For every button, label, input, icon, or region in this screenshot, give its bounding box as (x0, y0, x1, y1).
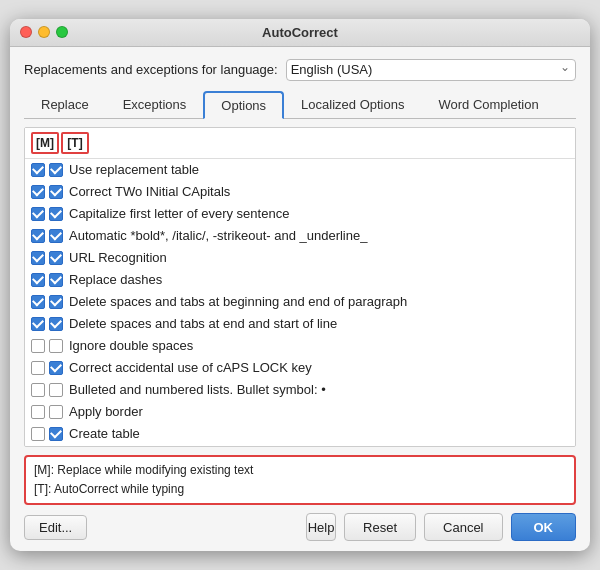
option-row: Bulleted and numbered lists. Bullet symb… (25, 379, 575, 401)
checkbox-t-6[interactable] (49, 295, 63, 309)
option-label-8: Ignore double spaces (69, 338, 193, 353)
ok-button[interactable]: OK (511, 513, 577, 541)
language-select-wrap: English (USA) (286, 59, 576, 81)
minimize-button[interactable] (38, 26, 50, 38)
checkbox-t-0[interactable] (49, 163, 63, 177)
legend-line2: [T]: AutoCorrect while typing (34, 480, 566, 499)
maximize-button[interactable] (56, 26, 68, 38)
option-row: Delete spaces and tabs at beginning and … (25, 291, 575, 313)
options-list: Use replacement tableCorrect TWo INitial… (25, 159, 575, 447)
legend-box: [M]: Replace while modifying existing te… (24, 455, 576, 505)
action-buttons: Help Reset Cancel OK (306, 513, 576, 541)
checkbox-t-7[interactable] (49, 317, 63, 331)
checkbox-m-6[interactable] (31, 295, 45, 309)
tabs-bar: Replace Exceptions Options Localized Opt… (24, 91, 576, 119)
option-row: Replace dashes (25, 269, 575, 291)
checkbox-m-7[interactable] (31, 317, 45, 331)
edit-button[interactable]: Edit... (24, 515, 87, 540)
title-bar-buttons (20, 26, 68, 38)
language-row: Replacements and exceptions for language… (24, 59, 576, 81)
option-label-3: Automatic *bold*, /italic/, -strikeout- … (69, 228, 367, 243)
option-row: Apply border (25, 401, 575, 423)
option-label-7: Delete spaces and tabs at end and start … (69, 316, 337, 331)
col-t-header: [T] (61, 132, 89, 154)
tab-options[interactable]: Options (203, 91, 284, 119)
option-row: Automatic *bold*, /italic/, -strikeout- … (25, 225, 575, 247)
checkbox-t-4[interactable] (49, 251, 63, 265)
close-button[interactable] (20, 26, 32, 38)
language-select[interactable]: English (USA) (286, 59, 576, 81)
option-label-5: Replace dashes (69, 272, 162, 287)
checkbox-m-0[interactable] (31, 163, 45, 177)
checkbox-m-1[interactable] (31, 185, 45, 199)
checkbox-t-12[interactable] (49, 427, 63, 441)
tab-exceptions[interactable]: Exceptions (106, 91, 204, 119)
option-row: Delete spaces and tabs at end and start … (25, 313, 575, 335)
option-row: Use replacement table (25, 159, 575, 181)
option-label-1: Correct TWo INitial CApitals (69, 184, 230, 199)
option-row: Correct TWo INitial CApitals (25, 181, 575, 203)
option-label-9: Correct accidental use of cAPS LOCK key (69, 360, 312, 375)
title-bar: AutoCorrect (10, 19, 590, 47)
dialog-title: AutoCorrect (262, 25, 338, 40)
tab-localized[interactable]: Localized Options (284, 91, 421, 119)
option-label-6: Delete spaces and tabs at beginning and … (69, 294, 407, 309)
language-label: Replacements and exceptions for language… (24, 62, 278, 77)
checkbox-t-10[interactable] (49, 383, 63, 397)
legend-line1: [M]: Replace while modifying existing te… (34, 461, 566, 480)
checkbox-m-5[interactable] (31, 273, 45, 287)
option-label-2: Capitalize first letter of every sentenc… (69, 206, 289, 221)
option-label-10: Bulleted and numbered lists. Bullet symb… (69, 382, 326, 397)
option-label-4: URL Recognition (69, 250, 167, 265)
option-label-12: Create table (69, 426, 140, 441)
option-row: Ignore double spaces (25, 335, 575, 357)
checkbox-m-4[interactable] (31, 251, 45, 265)
dialog-body: Replacements and exceptions for language… (10, 47, 590, 551)
checkbox-t-9[interactable] (49, 361, 63, 375)
tab-wordcompletion[interactable]: Word Completion (421, 91, 555, 119)
option-row: Correct accidental use of cAPS LOCK key (25, 357, 575, 379)
tab-replace[interactable]: Replace (24, 91, 106, 119)
checkbox-t-11[interactable] (49, 405, 63, 419)
checkbox-t-5[interactable] (49, 273, 63, 287)
options-area: [M] [T] Use replacement tableCorrect TWo… (24, 127, 576, 447)
help-button[interactable]: Help (306, 513, 336, 541)
reset-button[interactable]: Reset (344, 513, 416, 541)
checkbox-t-1[interactable] (49, 185, 63, 199)
checkbox-m-11[interactable] (31, 405, 45, 419)
checkbox-m-8[interactable] (31, 339, 45, 353)
dialog: AutoCorrect Replacements and exceptions … (10, 19, 590, 551)
checkbox-t-3[interactable] (49, 229, 63, 243)
option-row: Apply Styles (25, 445, 575, 447)
option-label-11: Apply border (69, 404, 143, 419)
option-row: Create table (25, 423, 575, 445)
checkbox-t-2[interactable] (49, 207, 63, 221)
checkbox-m-9[interactable] (31, 361, 45, 375)
option-label-0: Use replacement table (69, 162, 199, 177)
cancel-button[interactable]: Cancel (424, 513, 502, 541)
checkbox-m-3[interactable] (31, 229, 45, 243)
checkbox-m-10[interactable] (31, 383, 45, 397)
checkbox-t-8[interactable] (49, 339, 63, 353)
option-row: Capitalize first letter of every sentenc… (25, 203, 575, 225)
checkbox-m-12[interactable] (31, 427, 45, 441)
option-row: URL Recognition (25, 247, 575, 269)
bottom-row: Edit... Help Reset Cancel OK (24, 513, 576, 541)
col-m-header: [M] (31, 132, 59, 154)
checkbox-m-2[interactable] (31, 207, 45, 221)
column-headers: [M] [T] (25, 128, 575, 159)
